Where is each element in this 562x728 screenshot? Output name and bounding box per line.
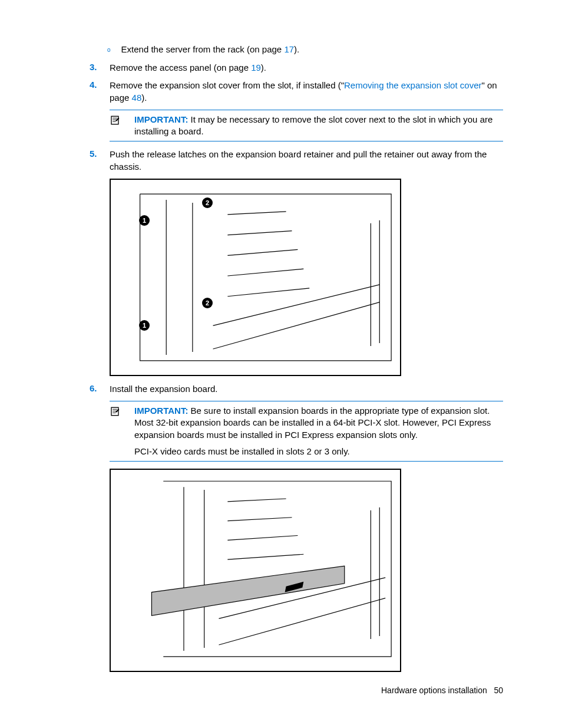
important-note-1: IMPORTANT: It may be necessary to remove… xyxy=(110,110,503,142)
footer-section: Hardware options installation xyxy=(381,686,487,695)
page-footer: Hardware options installation 50 xyxy=(381,686,503,695)
step-4: 4. Remove the expansion slot cover from … xyxy=(90,80,503,104)
page-ref-link[interactable]: 48 xyxy=(132,93,142,103)
page-ref-link[interactable]: 19 xyxy=(251,62,261,73)
important-label: IMPORTANT: xyxy=(134,406,188,416)
text-run: ). xyxy=(141,93,147,103)
callout-1b: 1 xyxy=(139,320,150,331)
sub-bullet-text: Extend the server from the rack (on page… xyxy=(121,44,300,56)
page-container: o Extend the server from the rack (on pa… xyxy=(0,0,562,728)
text-run: Remove the access panel (on page xyxy=(110,62,251,73)
sub-list-item: o Extend the server from the rack (on pa… xyxy=(107,44,503,56)
step-text: Remove the access panel (on page 19). xyxy=(110,62,503,74)
step-number: 5. xyxy=(90,149,110,173)
text-run: Remove the expansion slot cover from the… xyxy=(110,80,344,90)
note-icon xyxy=(110,114,134,138)
text-run: ). xyxy=(294,44,299,54)
figure-svg xyxy=(111,179,400,376)
step-text: Install the expansion board. xyxy=(110,383,503,395)
text-run: Extend the server from the rack (on page xyxy=(121,44,285,54)
footer-page-number: 50 xyxy=(494,686,503,695)
important-extra: PCI-X video cards must be installed in s… xyxy=(134,446,503,457)
content-block: o Extend the server from the rack (on pa… xyxy=(90,44,503,672)
step-number: 4. xyxy=(90,80,110,104)
sub-bullet-marker: o xyxy=(107,44,111,56)
important-body: Be sure to install expansion boards in t… xyxy=(134,406,491,440)
callout-2a: 2 xyxy=(202,197,213,208)
step-6: 6. Install the expansion board. xyxy=(90,383,503,395)
important-note-2: IMPORTANT: Be sure to install expansion … xyxy=(110,401,503,462)
figure-svg xyxy=(111,469,400,672)
figure-retainer-release: 1 2 1 2 xyxy=(110,179,401,376)
cross-ref-link[interactable]: Removing the expansion slot cover xyxy=(344,80,481,90)
callout-2b: 2 xyxy=(202,298,213,308)
figure-board-install xyxy=(110,469,401,672)
step-number: 6. xyxy=(90,383,110,395)
callout-1a: 1 xyxy=(139,215,150,226)
important-text: IMPORTANT: It may be necessary to remove… xyxy=(134,114,503,138)
page-ref-link[interactable]: 17 xyxy=(284,44,294,54)
important-text: IMPORTANT: Be sure to install expansion … xyxy=(134,405,503,457)
step-text: Push the release latches on the expansio… xyxy=(110,149,503,173)
note-icon xyxy=(110,405,134,457)
notepad-icon xyxy=(110,115,120,126)
important-body: It may be necessary to remove the slot c… xyxy=(134,114,492,136)
step-number: 3. xyxy=(90,62,110,74)
svg-marker-8 xyxy=(151,566,344,615)
step-3: 3. Remove the access panel (on page 19). xyxy=(90,62,503,74)
notepad-icon xyxy=(110,406,120,417)
important-label: IMPORTANT: xyxy=(134,114,188,124)
text-run: ). xyxy=(261,62,266,73)
step-5: 5. Push the release latches on the expan… xyxy=(90,149,503,173)
step-text: Remove the expansion slot cover from the… xyxy=(110,80,503,104)
